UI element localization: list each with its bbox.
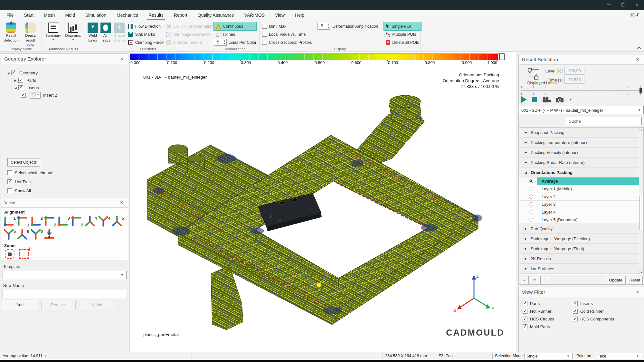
spinner-down-icon[interactable]: ▼ xyxy=(223,43,226,45)
result-group-orientations-packing[interactable]: ◢Orientations Packing xyxy=(519,167,639,177)
add-button[interactable]: Add xyxy=(3,301,37,309)
select-objects-button[interactable]: Select Objects xyxy=(7,158,40,167)
diagrams-button[interactable]: Diagrams ▾ xyxy=(64,22,82,41)
search-input[interactable] xyxy=(566,117,642,125)
filter-checkbox-parts[interactable]: Parts xyxy=(523,301,573,306)
menu-item-varimos[interactable]: VARIMOS xyxy=(239,10,270,21)
tree-item-geometry[interactable]: ◢ Geometry xyxy=(1,69,128,77)
color-picker[interactable]: ▼ xyxy=(30,92,41,99)
alignment-view-icon-2-2[interactable]: 2 xyxy=(30,215,43,228)
scroll-up-icon[interactable]: ▲ xyxy=(639,128,643,132)
result-group-packing-shear-rate-interior[interactable]: ▶Packing Shear Rate (interior) xyxy=(519,157,639,167)
collapse-icon[interactable]: ▶ xyxy=(524,151,528,154)
ribbon-collapse-icon[interactable] xyxy=(637,47,641,49)
flow-direction-button[interactable]: Flow Direction xyxy=(128,22,164,30)
checkbox-show-all[interactable]: Show All xyxy=(7,187,128,194)
air-traps-button[interactable]: Air Traps xyxy=(100,22,111,43)
update-button[interactable]: Update xyxy=(606,276,626,284)
result-item-layer-4[interactable]: Layer 4 xyxy=(519,208,639,216)
list-expand-button[interactable]: + xyxy=(540,276,549,284)
radio-icon[interactable] xyxy=(529,210,533,214)
isolines-button[interactable]: △Isolines xyxy=(214,30,256,38)
collapse-icon[interactable]: ▶ xyxy=(524,227,528,230)
close-icon[interactable]: × xyxy=(119,199,125,206)
result-group-shrinkage-warpage-final[interactable]: ▶Shrinkage + Warpage (Final) xyxy=(519,244,639,254)
result-item-layer-3[interactable]: Layer 3 xyxy=(519,201,639,208)
min-max-checkbox[interactable]: Min / Max xyxy=(262,22,312,30)
alignment-view-icon-1-1[interactable]: 1 xyxy=(16,215,30,228)
result-item-average[interactable]: Average xyxy=(519,177,639,185)
record-video-button[interactable] xyxy=(542,97,551,103)
result-group-2k-results[interactable]: ▶2K Results xyxy=(519,254,639,264)
result-group-iso-surfaces[interactable]: ▶Iso-Surfaces xyxy=(519,264,639,274)
radio-icon[interactable] xyxy=(529,195,533,199)
tree-item-insert-2[interactable]: ▼ Insert 2 xyxy=(1,91,128,99)
filter-checkbox-hcs-circuits[interactable]: HCS Circuits xyxy=(523,317,573,321)
collapse-icon[interactable]: ▶ xyxy=(524,267,528,270)
scroll-down-icon[interactable]: ▼ xyxy=(639,271,643,275)
checkbox-hot-track[interactable]: Hot Track xyxy=(7,178,128,185)
reset-button[interactable]: Reset xyxy=(627,276,643,284)
menu-item-mesh[interactable]: Mesh xyxy=(39,10,60,21)
cross-sectional-profiles-checkbox[interactable]: Cross-Sectional Profiles xyxy=(262,38,312,46)
result-group-packing-temperature-interior[interactable]: ▶Packing Temperature (interior) xyxy=(519,138,639,148)
alignment-view-icon-5-9[interactable]: 5 xyxy=(3,228,16,241)
deformation-amplification-stepper[interactable]: 5▲▼ xyxy=(317,23,330,30)
close-button[interactable]: × xyxy=(630,0,644,10)
alignment-view-icon-2-3[interactable]: 2 xyxy=(43,215,57,228)
alignment-view-icon-3-4[interactable]: 3 xyxy=(57,215,70,228)
time-slider-handle[interactable] xyxy=(639,88,642,93)
radio-icon[interactable] xyxy=(529,218,533,222)
filter-checkbox-cold-runner[interactable]: Cold Runner xyxy=(573,309,614,314)
model-dropdown[interactable]: 001 - 3D-F (- F P W -) - bauteil_mit_ein… xyxy=(519,106,644,114)
collapse-icon[interactable]: ▶ xyxy=(524,131,528,134)
stop-button[interactable] xyxy=(532,97,537,102)
alignment-view-icon-1-0[interactable]: 1 xyxy=(3,215,16,228)
lines-per-color-stepper[interactable]: 5▲▼ xyxy=(214,39,227,46)
result-selection-button[interactable]: Result Selection xyxy=(3,22,20,43)
snapshot-button[interactable] xyxy=(556,97,564,103)
new-name-input[interactable] xyxy=(3,290,126,298)
tree-item-inserts[interactable]: ◢ Inserts xyxy=(1,84,128,91)
result-group-shrinkage-warpage-ejection[interactable]: ▶Shrinkage + Warpage (Ejection) xyxy=(519,234,639,244)
collapse-icon[interactable]: ▶ xyxy=(524,247,528,250)
continuous-button[interactable]: Continuous xyxy=(214,22,256,30)
checkbox-icon[interactable] xyxy=(18,85,23,90)
point-on-dropdown[interactable]: Face ▼ xyxy=(595,353,642,359)
result-group-packing-velocity-interior[interactable]: ▶Packing Velocity (interior) xyxy=(519,148,639,157)
deact-result-color-button[interactable]: Deact. result color xyxy=(22,22,39,47)
checkbox-select-whole-channel[interactable]: Select whole channel xyxy=(7,169,128,176)
scrollbar[interactable]: ▲ ▼ xyxy=(639,128,643,275)
expand-icon[interactable]: ◢ xyxy=(524,171,528,174)
menu-item-results[interactable]: Results xyxy=(143,10,169,21)
spinner-up-icon[interactable]: ▲ xyxy=(327,24,329,26)
collapse-icon[interactable]: ▶ xyxy=(13,79,18,82)
collapse-icon[interactable]: ▶ xyxy=(524,237,528,240)
spinner-up-icon[interactable]: ▲ xyxy=(223,40,226,42)
selection-mode-dropdown[interactable]: Single ▼ xyxy=(524,353,573,359)
close-icon[interactable]: × xyxy=(635,289,640,295)
radio-icon[interactable] xyxy=(529,187,533,191)
alignment-view-icon-drop-12[interactable] xyxy=(43,228,57,241)
menu-item-view[interactable]: View xyxy=(270,10,290,21)
scrollbar-thumb[interactable] xyxy=(639,196,643,230)
filter-checkbox-hcs-components[interactable]: HCS Components xyxy=(573,317,614,321)
clamping-force-button[interactable]: Clamping Force xyxy=(128,38,164,46)
expand-icon[interactable]: ◢ xyxy=(6,71,11,75)
filter-checkbox-hot-runner[interactable]: Hot Runner xyxy=(523,309,573,314)
menu-item-start[interactable]: Start xyxy=(19,10,39,21)
alignment-view-icon-6-11[interactable]: 6 xyxy=(30,228,43,241)
collapse-icon[interactable]: ▶ xyxy=(524,141,528,144)
alignment-view-icon-6-10[interactable]: 6 xyxy=(16,228,30,241)
alignment-view-icon-3-5[interactable]: 3 xyxy=(71,215,84,228)
zoom-window-icon[interactable] xyxy=(19,249,29,259)
menu-item-simulation[interactable]: Simulation xyxy=(80,10,111,21)
close-icon[interactable]: × xyxy=(635,56,640,63)
collapse-icon[interactable]: ▶ xyxy=(524,257,528,260)
menu-item-mechanics[interactable]: Mechanics xyxy=(111,10,143,21)
viewport-3d[interactable]: 0.0000.1000.2000.3000.4000.5000.6000.700… xyxy=(130,52,516,352)
maximize-button[interactable] xyxy=(616,0,630,10)
single-poi-button[interactable]: Single POI xyxy=(384,22,421,30)
template-dropdown[interactable]: ▼ xyxy=(3,271,127,279)
time-slider[interactable] xyxy=(521,90,641,91)
